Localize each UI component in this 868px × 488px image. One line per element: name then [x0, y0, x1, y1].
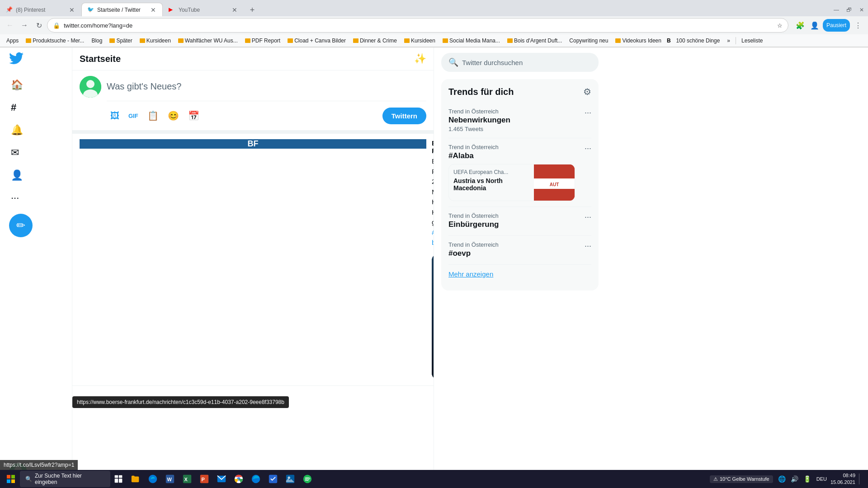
bookmark-kursideen2[interactable]: Kursideen — [401, 37, 438, 45]
todo-icon[interactable] — [265, 471, 281, 487]
nav-explore[interactable]: # — [5, 97, 66, 118]
bookmark-apps[interactable]: Apps — [4, 37, 21, 45]
trend-nebenwirkungen-more[interactable]: ··· — [585, 108, 591, 117]
schedule-action-button[interactable]: 📅 — [184, 107, 203, 125]
clock-time: 08:49 — [830, 472, 855, 479]
trend-alaba-more[interactable]: ··· — [585, 144, 591, 153]
bookmark-more[interactable]: » — [724, 37, 733, 45]
volume-tray-icon[interactable]: 🔊 — [789, 474, 800, 484]
twitter-logo[interactable] — [9, 51, 24, 69]
bookmark-kursideen1[interactable]: Kursideen — [137, 37, 174, 45]
nav-notifications[interactable]: 🔔 — [5, 120, 66, 141]
tab-pinterest-close[interactable]: ✕ — [68, 6, 75, 14]
emoji-action-button[interactable]: 😊 — [164, 107, 183, 125]
nav-more[interactable]: ··· — [5, 188, 66, 208]
tray-clock[interactable]: 08:49 15.06.2021 — [830, 472, 855, 486]
poll-action-button[interactable]: 📋 — [144, 107, 162, 125]
battery-tray-icon[interactable]: 🔋 — [802, 474, 813, 484]
svg-rect-13 — [11, 479, 15, 483]
page-title: Startseite — [80, 54, 121, 64]
mail-icon-taskbar[interactable] — [213, 471, 230, 487]
back-button[interactable]: ← — [4, 19, 16, 32]
browser-actions: 🧩 👤 Pausiert ⋮ — [794, 19, 864, 32]
reload-button[interactable]: ↻ — [33, 19, 45, 32]
bookmark-später[interactable]: Später — [107, 37, 135, 45]
file-explorer-icon[interactable] — [127, 471, 144, 487]
bookmark-videokurs[interactable]: Videokurs Ideen — [613, 37, 664, 45]
trends-header: Trends für dich ⚙ — [448, 86, 591, 97]
close-window-button[interactable]: ✕ — [855, 4, 868, 16]
search-box[interactable]: 🔍 — [441, 53, 599, 72]
bookmark-bois[interactable]: Bois d'Argent Duft... — [505, 37, 565, 45]
edge-icon-taskbar[interactable] — [248, 471, 264, 487]
bookmark-cload[interactable]: Cload + Canva Bilder — [285, 37, 349, 45]
trend-einbürgerung-more[interactable]: ··· — [585, 212, 591, 222]
twittern-button[interactable]: Twittern — [382, 108, 426, 124]
tab-youtube-title: YouTube — [179, 7, 228, 13]
svg-rect-10 — [7, 475, 10, 479]
edge-icon[interactable] — [145, 471, 161, 487]
pause-button[interactable]: Pausiert — [823, 19, 850, 32]
tab-twitter-close[interactable]: ✕ — [150, 6, 157, 14]
excel-icon[interactable]: X — [179, 471, 195, 487]
bookmark-wahlfächer[interactable]: Wahlfächer WU Aus... — [175, 37, 241, 45]
bookmark-100[interactable]: 100 schöne Dinge — [674, 37, 723, 45]
twitter-app: 🏠 # 🔔 ✉ 👤 ··· ✏ Startseite ✨ — [0, 47, 868, 488]
star-icon[interactable]: ☆ — [777, 22, 783, 29]
minimize-button[interactable]: — — [830, 4, 843, 16]
compose-placeholder[interactable]: Was gibt's Neues? — [107, 76, 426, 97]
bookmark-blog[interactable]: Blog — [89, 37, 105, 45]
trend-oevp-more[interactable]: ··· — [585, 241, 591, 251]
nav-profile[interactable]: 👤 — [5, 165, 66, 186]
profile-button[interactable]: 👤 — [808, 19, 821, 32]
chrome-icon[interactable] — [231, 471, 247, 487]
spotify-icon[interactable] — [299, 471, 316, 487]
word-icon[interactable]: W — [162, 471, 178, 487]
trend-item-nebenwirkungen[interactable]: Trend in Österreich Nebenwirkungen 1.465… — [448, 103, 591, 138]
powerpoint-icon[interactable]: P — [196, 471, 212, 487]
address-bar[interactable]: 🔒 twitter.com/home?lang=de ☆ — [47, 18, 788, 33]
menu-button[interactable]: ⋮ — [852, 19, 864, 32]
trend-item-alaba[interactable]: Trend in Österreich #Alaba UEFA European… — [448, 138, 591, 207]
taskbar-search-box[interactable]: 🔍 Zur Suche Text hier eingeben — [20, 471, 110, 487]
trends-settings-button[interactable]: ⚙ — [583, 86, 591, 97]
svg-text:AUT: AUT — [550, 182, 559, 187]
bookmarks-bar: Apps Produktsuche - Mer... Blog Später K… — [0, 34, 868, 47]
bookmark-copywriting[interactable]: Copywriting neu — [566, 37, 611, 45]
sparkle-button[interactable]: ✨ — [414, 53, 426, 65]
taskview-button[interactable] — [110, 471, 127, 487]
search-input[interactable] — [462, 59, 591, 66]
tab-youtube-close[interactable]: ✕ — [231, 6, 238, 14]
restore-button[interactable]: 🗗 — [843, 4, 855, 16]
taskbar-tray: ⚠ 10°C Gelbe Warnstufe 🌐 🔊 🔋 DEU 08:49 1… — [710, 472, 866, 486]
nav-messages[interactable]: ✉ — [5, 142, 66, 163]
tab-youtube[interactable]: ▶ YouTube ✕ — [163, 3, 244, 16]
tab-twitter-title: Startseite / Twitter — [97, 7, 147, 13]
bookmark-produktsuche[interactable]: Produktsuche - Mer... — [23, 37, 87, 45]
bookmark-pdf[interactable]: PDF Report — [242, 37, 283, 45]
bookmark-social-media[interactable]: Social Media Mana... — [440, 37, 503, 45]
compose-avatar-image — [80, 76, 101, 98]
compose-tweet-button[interactable]: ✏ — [9, 214, 33, 237]
forward-button[interactable]: → — [18, 19, 31, 32]
image-action-button[interactable]: 🖼 — [107, 107, 123, 125]
gif-action-button[interactable]: GIF — [125, 109, 142, 123]
mail-icon: ✉ — [11, 147, 19, 159]
new-tab-button[interactable]: + — [246, 4, 259, 16]
photos-icon[interactable] — [282, 471, 298, 487]
extensions-button[interactable]: 🧩 — [794, 19, 807, 32]
reading-list[interactable]: Leseliste — [739, 37, 765, 45]
bookmark-dinner[interactable]: Dinner & Crime — [350, 37, 400, 45]
bookmarks-divider — [736, 37, 736, 44]
start-button[interactable] — [2, 470, 20, 488]
weather-display[interactable]: ⚠ 10°C Gelbe Warnstufe — [710, 475, 773, 483]
trend-item-einbürgerung[interactable]: Trend in Österreich Einbürgerung ··· — [448, 207, 591, 236]
svg-rect-12 — [7, 479, 10, 483]
network-tray-icon[interactable]: 🌐 — [777, 474, 788, 484]
tab-pinterest[interactable]: 📌 (8) Pinterest ✕ — [0, 3, 81, 16]
show-desktop-button[interactable] — [859, 474, 863, 484]
mehr-anzeigen-link[interactable]: Mehr anzeigen — [448, 265, 591, 283]
nav-home[interactable]: 🏠 — [5, 75, 66, 95]
trend-item-oevp[interactable]: Trend in Österreich #oevp ··· — [448, 236, 591, 265]
tab-twitter[interactable]: 🐦 Startseite / Twitter ✕ — [81, 3, 163, 16]
